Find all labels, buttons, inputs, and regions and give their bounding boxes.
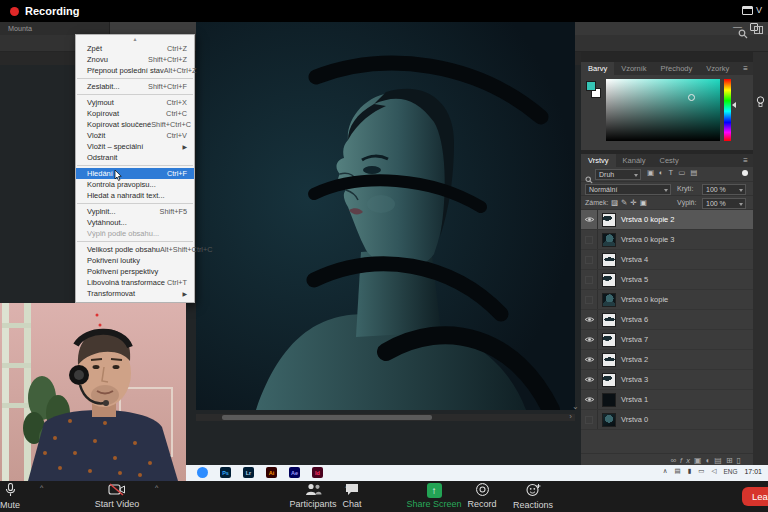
layer-thumbnail[interactable] bbox=[602, 293, 616, 307]
layer-thumbnail[interactable] bbox=[602, 393, 616, 407]
menu-item-content-aware-scale[interactable]: Velikost podle obsahuAlt+Shift+Ctrl+C bbox=[76, 244, 194, 255]
layer-thumbnail[interactable] bbox=[602, 213, 616, 227]
visibility-toggle[interactable] bbox=[581, 330, 598, 349]
layer-row[interactable]: Vrstva 7 bbox=[581, 330, 753, 350]
panel-menu-icon[interactable]: ≡ bbox=[743, 154, 748, 167]
visibility-toggle[interactable] bbox=[581, 230, 598, 249]
scroll-down-icon[interactable]: ⌄ bbox=[572, 402, 579, 411]
new-layer-icon[interactable]: ⊞ bbox=[726, 456, 737, 465]
chevron-up-icon[interactable]: ^ bbox=[155, 484, 158, 491]
zoom-app-icon[interactable] bbox=[197, 467, 208, 478]
layer-style-icon[interactable]: fx bbox=[680, 456, 694, 465]
reactions-button[interactable]: Reactions bbox=[506, 483, 560, 510]
menu-item-transform[interactable]: Transformovat▶ bbox=[76, 288, 194, 299]
menu-item-paste[interactable]: VložitCtrl+V bbox=[76, 130, 194, 141]
tab-kanaly[interactable]: Kanály bbox=[616, 154, 653, 167]
webcam-video[interactable] bbox=[0, 303, 186, 481]
indesign-app-icon[interactable]: Id bbox=[312, 467, 323, 478]
layer-thumbnail[interactable] bbox=[602, 273, 616, 287]
layer-row[interactable]: Vrstva 1 bbox=[581, 390, 753, 410]
menu-item-find-replace[interactable]: Hledat a nahradit text... bbox=[76, 190, 194, 201]
tab-cesty[interactable]: Cesty bbox=[653, 154, 686, 167]
layer-row[interactable]: Vrstva 2 bbox=[581, 350, 753, 370]
tray-volume-icon[interactable]: ◁ bbox=[711, 467, 716, 475]
fill-select[interactable]: 100 % bbox=[702, 198, 746, 209]
workspace-icon[interactable] bbox=[754, 26, 763, 34]
visibility-toggle[interactable] bbox=[581, 250, 598, 269]
menu-item-cut[interactable]: VyjmoutCtrl+X bbox=[76, 97, 194, 108]
menu-item-paste-special[interactable]: Vložit – speciální▶ bbox=[76, 141, 194, 152]
start-video-button[interactable]: Start Video bbox=[85, 483, 149, 509]
visibility-toggle[interactable] bbox=[581, 350, 598, 369]
layer-thumbnail[interactable] bbox=[602, 333, 616, 347]
filter-kind-icons[interactable]: ▣◐T▭▤ bbox=[647, 168, 702, 177]
color-field[interactable] bbox=[606, 79, 720, 141]
illustrator-app-icon[interactable]: Ai bbox=[266, 467, 277, 478]
color-picker-circle[interactable] bbox=[688, 94, 695, 101]
layer-row[interactable]: Vrstva 6 bbox=[581, 310, 753, 330]
layer-thumbnail[interactable] bbox=[602, 413, 616, 427]
menu-item-perspective-warp[interactable]: Pokřivení perspektivy bbox=[76, 266, 194, 277]
visibility-toggle[interactable] bbox=[581, 310, 598, 329]
layer-thumbnail[interactable] bbox=[602, 373, 616, 387]
chat-button[interactable]: Chat bbox=[330, 483, 374, 509]
tray-expand-icon[interactable]: ∧ bbox=[663, 467, 668, 475]
opacity-select[interactable]: 100 % bbox=[702, 184, 746, 195]
adjustment-layer-icon[interactable]: ◐ bbox=[705, 456, 714, 465]
filter-toggle-icon[interactable] bbox=[742, 170, 748, 176]
layer-thumbnail[interactable] bbox=[602, 353, 616, 367]
aftereffects-app-icon[interactable]: Ae bbox=[289, 467, 300, 478]
tab-vzorky[interactable]: Vzorky bbox=[699, 62, 736, 75]
learn-lightbulb-icon[interactable] bbox=[756, 94, 765, 112]
menu-item-spell-check[interactable]: Kontrola pravopisu... bbox=[76, 179, 194, 190]
menu-item-clear[interactable]: Odstranit bbox=[76, 152, 194, 163]
tray-clipboard-icon[interactable]: ▤ bbox=[674, 467, 680, 475]
menu-item-search[interactable]: HledáníCtrl+F bbox=[76, 168, 194, 179]
record-button[interactable]: Record bbox=[458, 483, 506, 509]
menu-item-undo[interactable]: ZpětCtrl+Z bbox=[76, 43, 194, 54]
tray-battery-icon[interactable]: ▮ bbox=[688, 467, 692, 475]
blend-mode-select[interactable]: Normální bbox=[585, 184, 671, 195]
menu-item-redo[interactable]: ZnovuShift+Ctrl+Z bbox=[76, 54, 194, 65]
scrollbar-thumb[interactable] bbox=[222, 415, 432, 420]
menu-item-puppet-warp[interactable]: Pokřivení loutky bbox=[76, 255, 194, 266]
menu-item-fill[interactable]: Vyplnit...Shift+F5 bbox=[76, 206, 194, 217]
search-icon[interactable] bbox=[738, 25, 748, 43]
layer-thumbnail[interactable] bbox=[602, 253, 616, 267]
tray-language[interactable]: ENG bbox=[723, 468, 737, 475]
view-button[interactable]: V bbox=[742, 5, 762, 15]
leave-button[interactable]: Leave bbox=[742, 487, 768, 506]
horizontal-scrollbar[interactable]: › bbox=[196, 414, 575, 421]
menu-scroll-up-icon[interactable]: ▲ bbox=[76, 36, 194, 43]
tab-vzornik[interactable]: Vzorník bbox=[614, 62, 653, 75]
visibility-toggle[interactable] bbox=[581, 370, 598, 389]
filter-type-select[interactable]: Druh bbox=[595, 169, 641, 180]
menu-item-free-transform[interactable]: Libovolná transformaceCtrl+T bbox=[76, 277, 194, 288]
layer-row[interactable]: Vrstva 5 bbox=[581, 270, 753, 290]
foreground-color-swatch[interactable] bbox=[586, 81, 596, 91]
layer-row[interactable]: Vrstva 0 kopie 2 bbox=[581, 210, 753, 230]
link-layers-icon[interactable]: ∞ bbox=[670, 456, 680, 465]
layer-row[interactable]: Vrstva 0 bbox=[581, 410, 753, 430]
layer-row[interactable]: Vrstva 0 kopie bbox=[581, 290, 753, 310]
layer-mask-icon[interactable]: ▣ bbox=[694, 456, 706, 465]
tray-display-icon[interactable]: ▭ bbox=[698, 467, 704, 475]
layer-row[interactable]: Vrstva 3 bbox=[581, 370, 753, 390]
delete-layer-icon[interactable]: ▯ bbox=[737, 456, 745, 465]
menu-item-fade[interactable]: Zeslabit...Shift+Ctrl+F bbox=[76, 81, 194, 92]
visibility-toggle[interactable] bbox=[581, 210, 598, 229]
tab-prechody[interactable]: Přechody bbox=[654, 62, 700, 75]
lightroom-app-icon[interactable]: Lr bbox=[243, 467, 254, 478]
lock-option-icons[interactable]: ▨✎✛▣ bbox=[611, 198, 650, 207]
artwork-image[interactable] bbox=[196, 65, 575, 410]
hue-slider[interactable] bbox=[724, 79, 731, 141]
menu-item-toggle-last-state[interactable]: Přepnout poslední stavAlt+Ctrl+Z bbox=[76, 65, 194, 76]
mute-button[interactable]: Mute bbox=[0, 483, 32, 510]
tray-clock[interactable]: 17:01 bbox=[744, 468, 762, 475]
visibility-toggle[interactable] bbox=[581, 390, 598, 409]
layer-thumbnail[interactable] bbox=[602, 233, 616, 247]
chevron-up-icon[interactable]: ^ bbox=[40, 484, 43, 491]
photoshop-app-icon[interactable]: Ps bbox=[220, 467, 231, 478]
menu-item-copy-merged[interactable]: Kopírovat sloučenéShift+Ctrl+C bbox=[76, 119, 194, 130]
visibility-toggle[interactable] bbox=[581, 270, 598, 289]
